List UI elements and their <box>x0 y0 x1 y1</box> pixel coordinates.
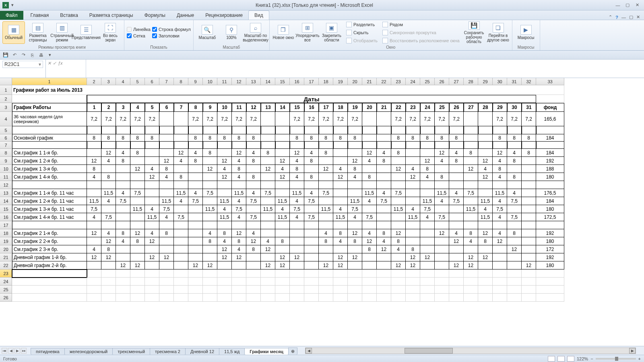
cell[interactable] <box>435 205 449 213</box>
cell[interactable]: 4 <box>232 197 246 205</box>
cell[interactable]: 12 <box>116 261 130 269</box>
column-header[interactable]: 14 <box>261 78 275 85</box>
window-restore-icon[interactable]: ▢ <box>629 14 633 20</box>
cell[interactable]: 12 <box>101 237 116 245</box>
window-min-icon[interactable]: — <box>621 15 626 20</box>
cell[interactable]: 8 <box>159 165 174 173</box>
cell[interactable] <box>203 253 217 261</box>
cell[interactable] <box>420 181 435 189</box>
cell[interactable] <box>536 294 564 302</box>
cell[interactable] <box>275 245 290 253</box>
cell[interactable] <box>101 261 116 269</box>
cell[interactable]: 7,2 <box>203 112 217 126</box>
cell[interactable]: 7,2 <box>87 112 101 126</box>
cell[interactable]: 8 <box>319 134 333 142</box>
row-header[interactable]: 15 <box>0 205 12 213</box>
cell[interactable] <box>319 269 333 278</box>
row-header[interactable]: 16 <box>0 213 12 221</box>
cell[interactable] <box>304 286 319 294</box>
cell[interactable] <box>348 294 362 302</box>
cell[interactable] <box>449 205 464 213</box>
cell[interactable]: 4 <box>333 237 348 245</box>
cell[interactable]: 8 <box>130 134 145 142</box>
cell[interactable] <box>449 126 464 134</box>
cell[interactable] <box>348 269 362 278</box>
cell[interactable]: 10 <box>217 103 232 112</box>
cell[interactable] <box>435 181 449 189</box>
cell[interactable] <box>246 278 261 286</box>
cell[interactable]: 7 <box>174 103 188 112</box>
cell[interactable]: 29 <box>493 103 507 112</box>
cell[interactable] <box>464 245 478 253</box>
cell[interactable] <box>333 294 348 302</box>
cell[interactable] <box>130 286 145 294</box>
cell[interactable] <box>333 189 348 197</box>
cell[interactable]: 7,2 <box>507 112 522 126</box>
cell[interactable] <box>174 286 188 294</box>
zoom-button[interactable]: 🔍Масштаб <box>196 21 219 44</box>
cell[interactable]: 8 <box>217 134 232 142</box>
cell[interactable] <box>449 245 464 253</box>
cell[interactable]: 4 <box>493 157 507 165</box>
cell[interactable] <box>145 181 159 189</box>
cell[interactable]: 7,2 <box>145 112 159 126</box>
cell[interactable]: 4 <box>275 165 290 173</box>
cell[interactable] <box>101 221 116 229</box>
cell[interactable]: 7,5 <box>319 189 333 197</box>
cell[interactable] <box>391 197 406 205</box>
cell[interactable] <box>507 205 522 213</box>
column-header[interactable]: 20 <box>348 78 362 85</box>
cell[interactable]: 12 <box>290 149 304 157</box>
horizontal-scrollbar[interactable]: ◀ ▶ <box>305 348 636 354</box>
cell[interactable]: 4 <box>87 173 101 181</box>
column-header[interactable]: 31 <box>507 78 522 85</box>
cell[interactable] <box>87 149 101 157</box>
cell[interactable] <box>145 294 159 302</box>
cell[interactable]: 180 <box>536 173 564 181</box>
sheet-nav-prev-icon[interactable]: ◀ <box>8 348 14 354</box>
cell[interactable] <box>217 149 232 157</box>
cell[interactable]: 8 <box>449 134 464 142</box>
cell[interactable] <box>362 142 377 149</box>
cell[interactable]: 8 <box>420 134 435 142</box>
cell[interactable]: 16 <box>304 103 319 112</box>
name-box[interactable]: R23C1▾ <box>0 60 46 78</box>
cell[interactable] <box>87 142 101 149</box>
cell[interactable]: 4 <box>420 173 435 181</box>
cell[interactable]: 8 <box>420 165 435 173</box>
cell[interactable]: 27 <box>464 103 478 112</box>
cell[interactable] <box>275 189 290 197</box>
row-header[interactable]: 22 <box>0 261 12 269</box>
cell[interactable]: 4 <box>290 157 304 165</box>
cell[interactable] <box>449 294 464 302</box>
cell[interactable] <box>159 142 174 149</box>
cell[interactable] <box>101 286 116 294</box>
cell[interactable] <box>464 142 478 149</box>
cell[interactable]: 4 <box>478 165 493 173</box>
arrange-all-button[interactable]: ⊞Упорядочить все <box>296 21 319 44</box>
cell[interactable]: 4 <box>290 213 304 221</box>
cell[interactable] <box>101 269 116 278</box>
cell[interactable] <box>449 286 464 294</box>
cell[interactable] <box>391 142 406 149</box>
cell[interactable] <box>507 261 522 269</box>
row-header[interactable]: 4 <box>0 112 12 126</box>
view-page-break-button[interactable]: ▥Страничный режим <box>51 21 73 44</box>
cell[interactable]: 3 <box>116 103 130 112</box>
cell[interactable] <box>493 221 507 229</box>
row-header[interactable]: 1 <box>0 85 12 95</box>
cell[interactable] <box>246 126 261 134</box>
cell[interactable] <box>145 197 159 205</box>
cell[interactable]: 188 <box>536 165 564 173</box>
cell[interactable]: 12 <box>130 261 145 269</box>
cell[interactable] <box>174 253 188 261</box>
tab-home[interactable]: Главная <box>25 11 55 20</box>
tab-layout[interactable]: Разметка страницы <box>84 11 139 20</box>
cell[interactable] <box>348 126 362 134</box>
cell[interactable]: 12 <box>101 253 116 261</box>
cell[interactable] <box>377 165 391 173</box>
cell[interactable]: 7,5 <box>232 205 246 213</box>
cell[interactable]: 7,2 <box>348 112 362 126</box>
switch-windows-button[interactable]: ❏Перейти в другое окно <box>487 21 510 44</box>
row-header[interactable]: 9 <box>0 157 12 165</box>
